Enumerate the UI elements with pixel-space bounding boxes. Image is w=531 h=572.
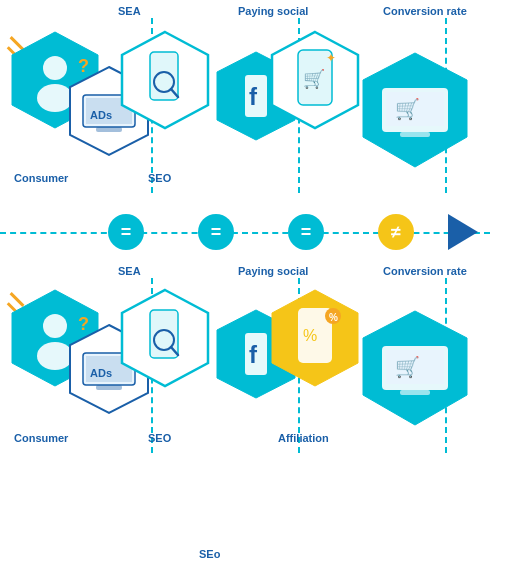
hex-affiliation: % % — [270, 288, 360, 392]
seo-label-bottom: SEO — [148, 432, 171, 444]
svg-point-26 — [43, 314, 67, 338]
arrow-right — [448, 214, 478, 250]
circle-equals-3: = — [288, 214, 324, 250]
svg-text:f: f — [249, 341, 258, 368]
sea-label-top: SEA — [118, 5, 141, 17]
paying-social-label-top: Paying social — [238, 5, 308, 17]
sea-label-bottom: SEA — [118, 265, 141, 277]
svg-rect-8 — [96, 127, 122, 132]
circle-not-equals: ≠ — [378, 214, 414, 250]
consumer-label-top: Consumer — [14, 172, 68, 184]
svg-rect-33 — [96, 385, 122, 390]
svg-point-1 — [43, 56, 67, 80]
svg-text:✦: ✦ — [326, 51, 336, 65]
seo-label-top: SEO — [148, 172, 171, 184]
hex-seo-top — [120, 30, 210, 134]
svg-text:🛒: 🛒 — [395, 97, 420, 121]
hex-monitor-top: 🛒 — [360, 50, 470, 174]
dashed-h-main — [0, 232, 490, 234]
svg-rect-24 — [400, 132, 430, 137]
svg-rect-50 — [400, 390, 430, 395]
svg-text:%: % — [329, 312, 338, 323]
paying-social-label-bottom: Paying social — [238, 265, 308, 277]
hex-phone-top: 🛒 ✦ — [270, 30, 360, 134]
svg-text:🛒: 🛒 — [395, 355, 420, 379]
conversion-rate-label-top: Conversion rate — [383, 5, 467, 17]
seo-label-footer: SEo — [199, 548, 220, 560]
svg-text:ADs: ADs — [90, 367, 112, 379]
svg-text:f: f — [249, 83, 258, 110]
conversion-rate-label-bottom: Conversion rate — [383, 265, 467, 277]
hex-seo-bottom — [120, 288, 210, 392]
consumer-label-bottom: Consumer — [14, 432, 68, 444]
affiliation-label: Affiliation — [278, 432, 329, 444]
hex-monitor-bottom: 🛒 — [360, 308, 470, 432]
circle-equals-2: = — [198, 214, 234, 250]
circle-equals-1: = — [108, 214, 144, 250]
svg-text:ADs: ADs — [90, 109, 112, 121]
svg-text:%: % — [303, 327, 317, 344]
diagram-container: SEA Paying social Conversion rate ? ADs — [0, 0, 531, 572]
svg-text:🛒: 🛒 — [303, 68, 326, 90]
